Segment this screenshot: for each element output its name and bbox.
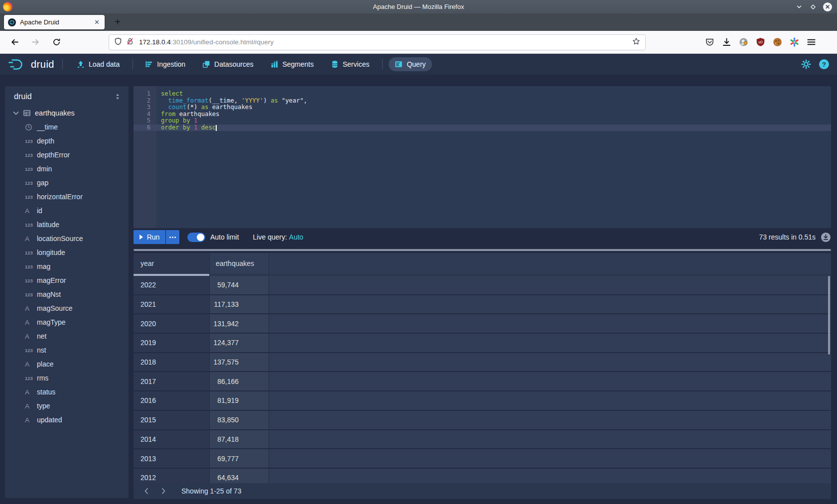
- cell-earthquakes[interactable]: 81,919: [209, 391, 269, 410]
- window-minimize-chevron-icon[interactable]: [795, 3, 803, 11]
- vertical-scrollbar[interactable]: [828, 276, 830, 355]
- reload-button[interactable]: [49, 35, 64, 50]
- nav-item-load-data[interactable]: Load data: [71, 57, 126, 71]
- sidebar-column-magNst[interactable]: 123magNst: [5, 287, 129, 301]
- cell-year[interactable]: 2017: [134, 372, 209, 390]
- sidebar-column-net[interactable]: Anet: [5, 329, 129, 343]
- hamburger-menu-icon[interactable]: [806, 37, 816, 47]
- cookie-extension-icon[interactable]: [772, 37, 782, 47]
- sidebar-column-depthError[interactable]: 123depthError: [5, 148, 129, 162]
- cell-year[interactable]: 2014: [134, 430, 209, 449]
- results-panel: year earthquakes 202259,7442021117,13320…: [134, 253, 831, 499]
- sidebar-column-mag[interactable]: 123mag: [5, 259, 129, 273]
- url-bar[interactable]: 172.18.0.4:30109/unified-console.html#qu…: [109, 34, 646, 50]
- settings-gear-icon[interactable]: [801, 59, 811, 69]
- live-query-value: Auto: [289, 233, 303, 241]
- cell-year[interactable]: 2016: [134, 391, 209, 410]
- sidebar-column-magError[interactable]: 123magError: [5, 273, 129, 287]
- cell-earthquakes[interactable]: 137,575: [209, 353, 269, 372]
- sidebar-column-type[interactable]: Atype: [5, 399, 129, 413]
- sidebar-column-horizontalError[interactable]: 123horizontalError: [5, 190, 129, 204]
- number-type-icon: 123: [25, 194, 37, 200]
- live-query-label[interactable]: Live query:Auto: [253, 233, 303, 241]
- sidebar-column-__time[interactable]: __time: [5, 120, 129, 134]
- column-name: dmin: [37, 165, 52, 173]
- window-close-icon[interactable]: ✕: [823, 2, 832, 11]
- double-caret-vertical-icon[interactable]: [114, 93, 122, 101]
- cell-earthquakes[interactable]: 117,133: [209, 295, 269, 314]
- nav-item-services[interactable]: Services: [325, 57, 376, 71]
- window-maximize-diamond-icon[interactable]: [809, 3, 817, 11]
- tracking-shield-icon[interactable]: [114, 37, 122, 47]
- sidebar-column-latitude[interactable]: 123latitude: [5, 218, 129, 232]
- nav-item-ingestion[interactable]: Ingestion: [139, 57, 191, 71]
- line-number: 4: [134, 111, 156, 118]
- nav-item-datasources[interactable]: Datasources: [196, 57, 260, 71]
- sidebar-column-depth[interactable]: 123depth: [5, 134, 129, 148]
- color-asterisk-extension-icon[interactable]: [789, 37, 799, 47]
- sidebar-column-dmin[interactable]: 123dmin: [5, 162, 129, 176]
- sidebar-column-rms[interactable]: 123rms: [5, 371, 129, 385]
- back-button[interactable]: [7, 35, 22, 50]
- bookmark-star-icon[interactable]: [632, 37, 640, 47]
- tab-apache-druid[interactable]: Apache Druid ✕: [4, 15, 105, 29]
- forward-button[interactable]: [28, 35, 43, 50]
- broken-lock-icon[interactable]: [126, 37, 134, 47]
- cell-year[interactable]: 2019: [134, 334, 209, 352]
- cell-year[interactable]: 2018: [134, 353, 209, 372]
- horizontal-scrollbar[interactable]: [134, 249, 831, 251]
- sidebar-column-updated[interactable]: Aupdated: [5, 413, 129, 427]
- account-extension-icon[interactable]: [738, 37, 748, 47]
- cell-earthquakes[interactable]: 69,777: [209, 449, 269, 468]
- cell-earthquakes[interactable]: 131,942: [209, 314, 269, 333]
- cell-year[interactable]: 2013: [134, 449, 209, 468]
- column-header-earthquakes[interactable]: earthquakes: [209, 253, 269, 274]
- pocket-icon[interactable]: [704, 37, 714, 47]
- ublock-icon[interactable]: uO: [755, 37, 765, 47]
- sidebar-column-locationSource[interactable]: AlocationSource: [5, 232, 129, 246]
- more-options-button[interactable]: [166, 230, 179, 244]
- new-tab-button[interactable]: +: [111, 15, 125, 29]
- nav-item-segments[interactable]: Segments: [265, 57, 320, 71]
- url-text[interactable]: 172.18.0.4:30109/unified-console.html#qu…: [139, 38, 632, 46]
- help-circle-icon[interactable]: ?: [819, 59, 829, 69]
- cell-year[interactable]: 2021: [134, 295, 209, 314]
- header-divider: [62, 59, 63, 69]
- cell-year[interactable]: 2015: [134, 411, 209, 429]
- druid-brand[interactable]: druid: [8, 58, 54, 71]
- auto-limit-toggle[interactable]: [187, 233, 205, 242]
- cell-year[interactable]: 2020: [134, 314, 209, 333]
- sidebar-column-status[interactable]: Astatus: [5, 385, 129, 399]
- string-type-icon: A: [25, 402, 37, 410]
- sidebar-table-earthquakes[interactable]: earthquakes: [5, 106, 129, 120]
- chevron-down-icon[interactable]: [12, 109, 20, 117]
- cell-earthquakes[interactable]: 124,377: [209, 334, 269, 352]
- sidebar-column-magSource[interactable]: AmagSource: [5, 301, 129, 315]
- downloads-icon[interactable]: [721, 37, 731, 47]
- cell-earthquakes[interactable]: 87,418: [209, 430, 269, 449]
- column-header-year[interactable]: year: [134, 253, 209, 274]
- load-data-icon: [77, 60, 85, 68]
- cell-year[interactable]: 2012: [134, 469, 209, 483]
- cell-year[interactable]: 2022: [134, 276, 209, 294]
- segments-icon: [271, 60, 279, 68]
- sidebar-column-magType[interactable]: AmagType: [5, 315, 129, 329]
- cell-earthquakes[interactable]: 59,744: [209, 276, 269, 294]
- sidebar-column-gap[interactable]: 123gap: [5, 176, 129, 190]
- run-button[interactable]: Run: [134, 230, 165, 244]
- sidebar-column-id[interactable]: Aid: [5, 204, 129, 218]
- chevron-right-icon[interactable]: [159, 487, 167, 495]
- nav-item-query[interactable]: Query: [389, 57, 431, 71]
- tab-close-icon[interactable]: ✕: [93, 18, 101, 26]
- table-row: 2019124,377: [134, 334, 831, 353]
- download-circle-icon[interactable]: [821, 232, 831, 243]
- sidebar-column-longitude[interactable]: 123longitude: [5, 246, 129, 259]
- chevron-left-icon[interactable]: [142, 487, 150, 495]
- sidebar-column-nst[interactable]: 123nst: [5, 343, 129, 357]
- sql-editor[interactable]: 1select2 time_format(__time, 'YYYY') as …: [134, 86, 831, 228]
- cell-earthquakes[interactable]: 83,850: [209, 411, 269, 429]
- cell-earthquakes[interactable]: 64,634: [209, 469, 269, 483]
- sidebar-column-place[interactable]: Aplace: [5, 357, 129, 371]
- cell-earthquakes[interactable]: 86,166: [209, 372, 269, 390]
- nav-label: Datasources: [214, 60, 254, 68]
